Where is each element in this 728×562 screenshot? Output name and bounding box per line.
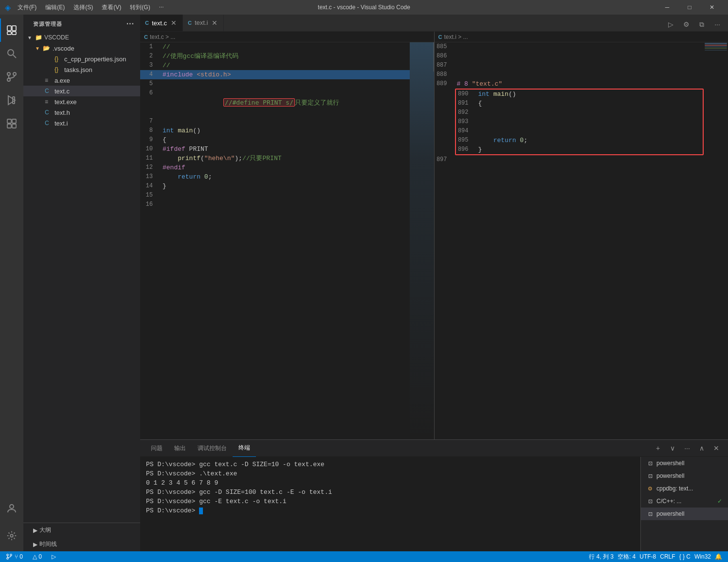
menu-more[interactable]: ··· bbox=[155, 2, 168, 13]
c-file-icon: C bbox=[45, 119, 53, 127]
activity-scm[interactable] bbox=[0, 65, 23, 89]
close-panel-button[interactable]: ✕ bbox=[710, 441, 723, 455]
settings-button[interactable]: ⚙ bbox=[679, 18, 693, 31]
activity-explorer[interactable] bbox=[0, 18, 23, 42]
activity-run[interactable] bbox=[0, 89, 23, 112]
breadcrumb-text: text.i > ... bbox=[444, 34, 468, 40]
sidebar-item-c-cpp-properties[interactable]: {} c_cpp_properties.json bbox=[23, 54, 140, 64]
menu-file[interactable]: 文件(F) bbox=[14, 2, 40, 13]
more-actions-button[interactable]: ··· bbox=[710, 18, 724, 31]
more-panel-actions[interactable]: ··· bbox=[680, 441, 694, 455]
activity-account[interactable] bbox=[0, 497, 23, 520]
vscode-folder-icon: 📁 bbox=[35, 34, 42, 41]
panel-tab-debug-console[interactable]: 调试控制台 bbox=[192, 440, 233, 457]
status-run[interactable]: ▷ bbox=[50, 551, 58, 562]
tab-text-c[interactable]: C text.c ✕ bbox=[140, 15, 183, 31]
powershell-icon: ⊡ bbox=[647, 460, 654, 467]
tree-root[interactable]: ▼ 📁 VSCODE bbox=[23, 32, 140, 43]
close-tab-text-c[interactable]: ✕ bbox=[170, 19, 178, 27]
menu-select[interactable]: 选择(S) bbox=[70, 2, 97, 13]
svg-point-20 bbox=[10, 554, 12, 556]
maximize-panel-button[interactable]: ∧ bbox=[695, 441, 709, 455]
session-label: powershell bbox=[656, 472, 684, 479]
close-tab-text-i[interactable]: ✕ bbox=[211, 19, 218, 27]
terminal-session-2[interactable]: ⊡ powershell bbox=[641, 470, 728, 482]
file-label: a.exe bbox=[55, 77, 70, 84]
run-button[interactable]: ▷ bbox=[664, 18, 677, 31]
terminal-dropdown-button[interactable]: ∨ bbox=[666, 441, 679, 455]
sidebar-item-text-h[interactable]: C text.h bbox=[23, 107, 140, 118]
menu-view[interactable]: 查看(V) bbox=[98, 2, 125, 13]
menu-edit[interactable]: 编辑(E) bbox=[41, 2, 69, 13]
sidebar-item-vscode-folder[interactable]: ▼ 📂 .vscode bbox=[23, 43, 140, 54]
tab-icon: C bbox=[188, 20, 192, 26]
panel-tabs: 问题 输出 调试控制台 终端 + ∨ ··· ∧ ✕ bbox=[140, 440, 728, 457]
status-line-endings[interactable]: CRLF bbox=[658, 551, 677, 562]
code-line-893: 893 bbox=[456, 117, 703, 127]
session-label: cppdbg: text... bbox=[656, 485, 693, 492]
terminal-output[interactable]: PS D:\vscode> gcc text.c -D SIZE=10 -o t… bbox=[140, 457, 640, 551]
sidebar-item-text-i[interactable]: C text.i bbox=[23, 118, 140, 128]
sidebar-more-icon[interactable]: ··· bbox=[127, 19, 134, 28]
status-spaces[interactable]: 空格: 4 bbox=[616, 551, 637, 562]
sidebar-item-text-exe[interactable]: ≡ text.exe bbox=[23, 96, 140, 107]
vscode-icon: ◈ bbox=[5, 3, 11, 12]
sidebar-item-a-exe[interactable]: ≡ a.exe bbox=[23, 75, 140, 86]
tab-label: text.i bbox=[195, 19, 208, 26]
left-breadcrumb: C text.c > ... bbox=[140, 32, 434, 42]
status-language[interactable]: { } C bbox=[677, 551, 692, 562]
activity-bar bbox=[0, 15, 23, 551]
sidebar: 资源管理器 ··· ▼ 📁 VSCODE ▼ 📂 .vscode {} c_cp… bbox=[23, 15, 140, 551]
maximize-button[interactable]: □ bbox=[678, 0, 701, 15]
terminal-session-4[interactable]: ⊡ C/C++: ... ✓ bbox=[641, 495, 728, 508]
file-label: tasks.json bbox=[64, 66, 92, 73]
terminal-session-5[interactable]: ⊡ powershell bbox=[641, 508, 728, 520]
svg-point-8 bbox=[7, 78, 10, 81]
tab-text-i[interactable]: C text.i ✕ bbox=[183, 15, 224, 31]
red-highlighted-region: 890 int main() 891 { 892 bbox=[455, 89, 704, 155]
sidebar-item-text-c[interactable]: C text.c bbox=[23, 86, 140, 96]
terminal-line-2: PS D:\vscode> .\text.exe bbox=[146, 469, 635, 478]
breadcrumb-c-icon: C bbox=[144, 34, 148, 40]
git-changes: ⑂ 0 bbox=[15, 553, 23, 560]
status-platform[interactable]: Win32 bbox=[692, 551, 713, 562]
code-line-14: 14 } bbox=[140, 181, 410, 191]
close-button[interactable]: ✕ bbox=[701, 0, 723, 15]
root-arrow: ▼ bbox=[27, 35, 35, 40]
terminal-session-1[interactable]: ⊡ powershell bbox=[641, 457, 728, 470]
code-line-897: 897 bbox=[435, 155, 704, 164]
outline-label: 大纲 bbox=[39, 526, 51, 534]
exe-icon: ≡ bbox=[45, 98, 53, 106]
status-encoding[interactable]: UTF-8 bbox=[637, 551, 658, 562]
panel-tab-output[interactable]: 输出 bbox=[168, 440, 192, 457]
panel-tab-terminal[interactable]: 终端 bbox=[233, 440, 256, 457]
sidebar-title: 资源管理器 bbox=[33, 20, 62, 28]
sidebar-outline[interactable]: ▶ 大纲 bbox=[23, 523, 140, 537]
status-notifications[interactable]: 🔔 bbox=[713, 551, 724, 562]
left-code-editor[interactable]: 1 // 2 //使用gcc编译器编译代码 3 // bbox=[140, 42, 410, 439]
menu-goto[interactable]: 转到(G) bbox=[126, 2, 154, 13]
panel-tab-problems[interactable]: 问题 bbox=[145, 440, 168, 457]
code-line-895: 895 return 0; bbox=[456, 136, 703, 145]
status-errors[interactable]: △ 0 bbox=[31, 551, 44, 562]
svg-line-5 bbox=[13, 55, 16, 58]
minimize-button[interactable]: ─ bbox=[656, 0, 678, 15]
svg-point-18 bbox=[7, 554, 9, 556]
code-line-9: 9 { bbox=[140, 135, 410, 145]
activity-search[interactable] bbox=[0, 42, 23, 65]
sidebar-timeline[interactable]: ▶ 时间线 bbox=[23, 537, 140, 551]
folder-icon: 📂 bbox=[43, 44, 51, 52]
terminal-sessions-panel: ⊡ powershell ⊡ powershell ⚙ cppdbg: text… bbox=[640, 457, 728, 551]
status-position[interactable]: 行 4, 列 3 bbox=[587, 551, 616, 562]
right-code-editor[interactable]: 885 886 887 888 bbox=[435, 42, 704, 439]
add-terminal-button[interactable]: + bbox=[651, 441, 665, 455]
split-editor-button[interactable]: ⧉ bbox=[695, 18, 709, 31]
terminal-session-3[interactable]: ⚙ cppdbg: text... bbox=[641, 482, 728, 495]
activity-settings[interactable] bbox=[0, 524, 23, 547]
status-git-branch[interactable]: ⑂ 0 bbox=[4, 551, 25, 562]
sidebar-item-tasks-json[interactable]: {} tasks.json bbox=[23, 64, 140, 75]
activity-extensions[interactable] bbox=[0, 112, 23, 135]
terminal-line-6: PS D:\vscode> bbox=[146, 506, 635, 515]
svg-point-17 bbox=[10, 534, 13, 537]
code-line-12: 12 #endif bbox=[140, 163, 410, 172]
